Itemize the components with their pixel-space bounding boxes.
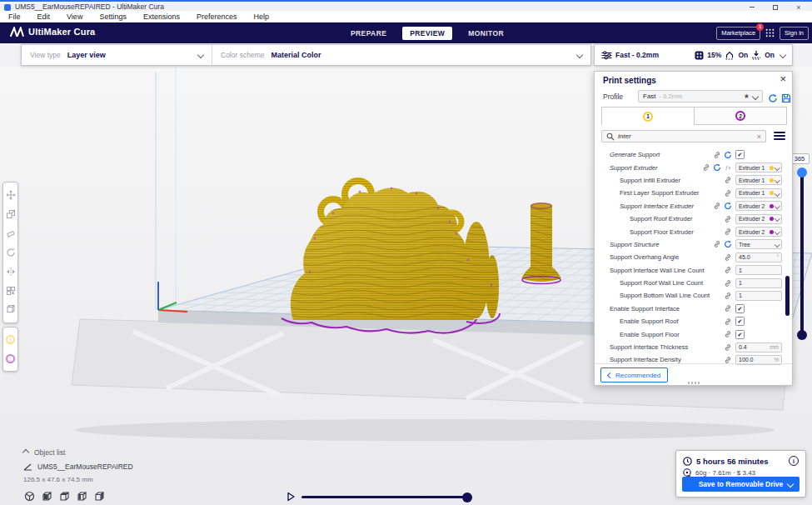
layer-slider-track[interactable] [800,172,804,335]
star-icon[interactable]: ★ [744,92,750,100]
reset-profile-icon[interactable] [768,92,778,102]
menu-settings[interactable]: Settings [91,12,135,21]
save-profile-icon[interactable] [781,92,791,102]
tab-extruder-2[interactable]: 2 [695,107,787,125]
panel-resize-handle[interactable] [688,382,700,384]
color-scheme-dropdown[interactable]: Color scheme Material Color [212,45,590,65]
rotate-tool-icon[interactable] [5,247,16,258]
tab-preview[interactable]: PREVIEW [402,27,452,40]
setting-checkbox[interactable]: ✔ [735,304,745,313]
setting-input[interactable]: 1 [735,278,782,288]
setting-row-support-infill-extruder[interactable]: Support Infill ExtruderExtruder 1 [595,174,792,187]
dropdown-value: Tree [739,242,775,248]
setting-row-support-extruder[interactable]: Support ExtruderƒxExtruder 1 [595,161,792,173]
setting-dropdown[interactable]: Extruder 2 [735,214,782,224]
menu-view[interactable]: View [58,12,91,21]
setting-input[interactable]: 1 [735,291,782,301]
setting-row-support-roof-extruder[interactable]: Support Roof ExtruderExtruder 2 [595,212,792,225]
play-button[interactable] [286,492,296,502]
extruder-color-dot [770,204,774,208]
extruder-1-button[interactable]: 1 [6,335,15,344]
menu-edit[interactable]: Edit [29,12,59,21]
support-blocker-tool-icon[interactable] [5,304,16,315]
setting-input[interactable]: 1 [735,265,782,275]
right-view-button[interactable] [93,490,105,502]
save-to-removable-drive-button[interactable]: Save to Removable Drive [682,477,800,492]
setting-checkbox[interactable]: ✔ [735,317,745,326]
profile-dropdown[interactable]: Fast - 0.2mm ★ [638,90,763,102]
color-scheme-label: Color scheme [221,51,264,59]
reset-icon[interactable] [724,240,732,248]
menu-preferences[interactable]: Preferences [188,12,246,21]
reset-icon[interactable] [713,163,721,172]
chevron-down-icon[interactable] [780,52,786,58]
setting-row-support-overhang-angle[interactable]: Support Overhang Angle45.0° [595,251,792,263]
setting-row-generate-support[interactable]: Generate Support✔ [595,148,792,161]
tab-monitor[interactable]: MONITOR [461,27,511,40]
reset-icon[interactable] [724,151,732,159]
reset-icon[interactable] [724,202,732,210]
setting-row-support-interface-extruder[interactable]: Support Interface ExtruderExtruder 2 [595,200,792,212]
move-tool-icon[interactable] [5,190,16,201]
simulation-slider-track[interactable] [301,496,472,498]
input-value: 1 [739,292,779,298]
info-icon[interactable]: i [789,456,799,466]
mirror-tool-icon[interactable] [5,266,16,277]
setting-input[interactable]: 45.0° [735,252,782,262]
setting-dropdown[interactable]: Tree [735,239,782,249]
per-model-settings-tool-icon[interactable] [5,285,16,296]
extruder-color-dot [770,217,774,221]
3d-view-button[interactable] [23,490,35,502]
scrollbar-thumb[interactable] [785,276,790,316]
menu-extensions[interactable]: Extensions [135,12,188,21]
setting-dropdown[interactable]: Extruder 2 [735,201,782,211]
menu-help[interactable]: Help [245,12,277,21]
setting-row-support-floor-extruder[interactable]: Support Floor ExtruderExtruder 2 [595,225,792,238]
setting-row-support-bottom-wall-line-count[interactable]: Support Bottom Wall Line Count1 [595,289,792,302]
support-summary: On [725,50,748,60]
setting-dropdown[interactable]: Extruder 1 [735,162,782,172]
simulation-slider-handle[interactable] [462,492,472,502]
setting-row-enable-support-interface[interactable]: Enable Support Interface✔ [595,302,792,315]
setting-dropdown[interactable]: Extruder 1 [735,175,782,185]
apps-grid-icon[interactable] [765,28,775,38]
setting-row-enable-support-floor[interactable]: Enable Support Floor✔ [595,328,792,340]
setting-checkbox[interactable]: ✔ [735,330,745,339]
setting-row-support-roof-wall-line-count[interactable]: Support Roof Wall Line Count1 [595,277,792,289]
close-icon[interactable]: × [780,73,786,85]
view-type-dropdown[interactable]: View type Layer view [22,45,212,65]
tab-prepare[interactable]: PREPARE [343,27,394,40]
support-icon [725,50,735,60]
top-view-button[interactable] [58,490,70,502]
recommended-button[interactable]: Recommended [600,368,668,382]
setting-row-enable-support-roof[interactable]: Enable Support Roof✔ [595,315,792,328]
scale-tool-icon[interactable] [5,209,16,220]
search-input[interactable]: inter × [601,130,766,142]
sign-in-button[interactable]: Sign in [780,27,809,40]
settings-menu-icon[interactable] [774,131,785,141]
left-view-button[interactable] [76,490,87,502]
marketplace-button[interactable]: Marketplace 1 [716,27,760,40]
setting-row-support-interface-wall-line-count[interactable]: Support Interface Wall Line Count1 [595,264,792,277]
layer-slider-top-handle[interactable] [797,168,807,178]
title-bar: UMS5__EarMouseREPAIRED - UltiMaker Cura … [0,0,812,11]
print-setup-summary-bar[interactable]: Fast - 0.2mm 15% On On [594,44,793,66]
setting-checkbox[interactable]: ✔ [735,150,745,159]
setting-row-support-interface-thickness[interactable]: Support Interface Thickness0.4mm [595,341,792,353]
setting-row-first-layer-support-extruder[interactable]: First Layer Support ExtruderExtruder 1 [595,187,792,199]
tab-extruder-1[interactable]: 1 [601,107,695,125]
extruder-2-button[interactable]: 2 [6,354,15,363]
object-list-item[interactable]: UMS5__EarMouseREPAIRED [23,462,133,471]
setting-dropdown[interactable]: Extruder 2 [735,227,782,237]
front-view-button[interactable] [41,490,52,502]
clear-search-icon[interactable]: × [757,133,761,140]
link-icon [724,343,732,352]
chevron-down-icon[interactable] [787,481,794,488]
setting-row-support-structure[interactable]: Support StructureTree [595,238,792,251]
setting-dropdown[interactable]: Extruder 1 [735,188,782,198]
object-list-toggle[interactable]: Object list [23,448,133,457]
layer-slider-bottom-handle[interactable] [797,330,807,340]
menu-file[interactable]: File [0,12,29,21]
setting-input[interactable]: 0.4mm [735,342,782,352]
paint-tool-icon[interactable] [5,228,16,239]
